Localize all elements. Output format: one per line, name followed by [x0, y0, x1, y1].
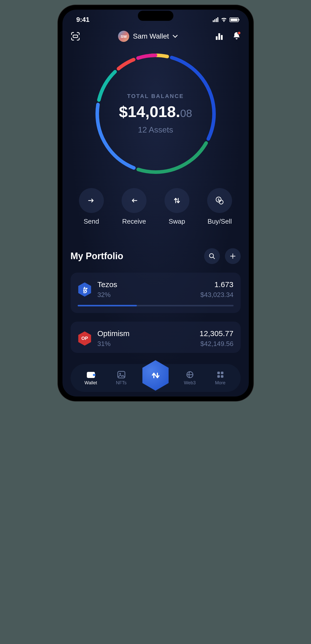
nav-label: More	[215, 380, 225, 386]
wallet-name: Sam Wallet	[133, 32, 169, 40]
nav-more[interactable]: More	[209, 371, 232, 386]
globe-icon	[186, 371, 194, 378]
nav-swap-fab[interactable]	[140, 360, 171, 391]
plus-icon	[230, 253, 236, 259]
optimism-icon: OP	[78, 332, 92, 346]
buysell-button[interactable]: $ Buy/Sell	[207, 188, 232, 225]
avatar: SW	[118, 31, 129, 42]
svg-point-18	[119, 373, 121, 374]
portfolio-ring-chart	[93, 52, 218, 176]
nav-web3[interactable]: Web3	[178, 371, 201, 386]
action-label: Buy/Sell	[208, 218, 232, 225]
arrow-right-icon	[88, 198, 95, 203]
receive-button[interactable]: Receive	[122, 188, 146, 225]
swap-icon	[173, 197, 181, 204]
scan-icon[interactable]	[71, 31, 80, 41]
wifi-icon	[221, 18, 227, 22]
grid-icon	[217, 371, 224, 378]
status-indicators	[213, 17, 239, 22]
svg-rect-2	[218, 33, 220, 40]
battery-icon	[230, 18, 239, 22]
nav-label: Web3	[184, 380, 196, 386]
asset-usd: $43,023.34	[200, 291, 233, 299]
progress-bar	[78, 305, 234, 306]
wallet-icon	[86, 371, 95, 378]
status-time: 9:41	[76, 16, 90, 24]
add-button[interactable]	[225, 248, 241, 264]
send-button[interactable]: Send	[79, 188, 104, 225]
asset-icon: ꜩ	[78, 283, 92, 297]
chart-icon[interactable]	[216, 33, 223, 40]
portfolio-title: My Portfolio	[71, 251, 123, 261]
svg-rect-21	[221, 372, 223, 374]
balance-ring: TOTAL BALANCE $14,018.08 12 Assets	[93, 52, 218, 176]
screen: 9:41 SW Sam Wallet	[62, 10, 249, 397]
svg-rect-0	[73, 35, 78, 38]
asset-name: Tezos	[97, 280, 195, 289]
swap-fab-icon	[150, 370, 161, 381]
svg-rect-17	[118, 371, 125, 378]
asset-icon: OP	[78, 332, 92, 346]
arrow-left-icon	[130, 198, 138, 203]
svg-rect-1	[216, 36, 218, 40]
asset-amount: 1.673	[214, 280, 233, 289]
swap-button[interactable]: Swap	[165, 188, 189, 225]
wallet-selector[interactable]: SW Sam Wallet	[118, 31, 177, 42]
svg-rect-20	[217, 372, 220, 374]
tezos-icon: ꜩ	[78, 283, 92, 297]
svg-rect-16	[93, 374, 95, 376]
nav-label: NFTs	[116, 380, 127, 386]
asset-pct: 32%	[97, 291, 195, 299]
phone-frame: 9:41 SW Sam Wallet	[58, 5, 253, 401]
coins-icon: $	[215, 196, 224, 205]
asset-card[interactable]: OP Optimism 31% 12,305.77 $42,149.56	[71, 322, 241, 353]
nav-nfts[interactable]: NFTs	[110, 371, 133, 386]
chevron-down-icon	[173, 35, 178, 38]
bottom-nav: Wallet NFTs Web3 More	[71, 364, 241, 392]
asset-name: Optimism	[97, 329, 194, 338]
svg-rect-23	[221, 375, 223, 378]
search-icon	[209, 253, 215, 259]
asset-card[interactable]: ꜩ Tezos 32% 1.673 $43,023.34	[71, 273, 241, 313]
quick-actions: Send Receive Swap $ Buy/Sell	[62, 176, 249, 225]
nav-wallet[interactable]: Wallet	[79, 371, 102, 386]
image-icon	[117, 371, 125, 378]
svg-rect-22	[217, 375, 220, 378]
nav-label: Wallet	[85, 380, 97, 386]
svg-rect-3	[221, 35, 223, 40]
notch	[138, 11, 173, 21]
action-label: Swap	[169, 218, 185, 225]
action-label: Receive	[122, 218, 146, 225]
action-label: Send	[84, 218, 99, 225]
search-button[interactable]	[204, 248, 220, 264]
app-header: SW Sam Wallet	[62, 26, 249, 44]
notifications-button[interactable]	[233, 32, 240, 41]
asset-amount: 12,305.77	[200, 329, 233, 338]
asset-pct: 31%	[97, 340, 194, 348]
signal-icon	[213, 17, 218, 22]
asset-usd: $42,149.56	[200, 340, 233, 348]
